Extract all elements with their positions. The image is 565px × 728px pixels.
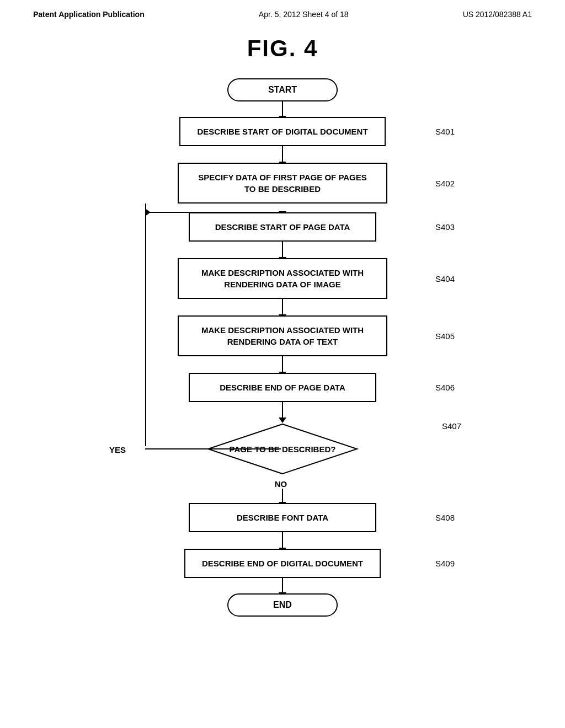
start-shape: START	[227, 78, 338, 101]
loop-left-line	[145, 204, 146, 446]
loop-top-arrow	[145, 208, 151, 216]
s403-box: DESCRIBE START OF PAGE DATA	[189, 212, 376, 242]
s409-label: S409	[435, 559, 455, 568]
no-label: NO	[275, 479, 287, 489]
s407-label: S407	[442, 421, 461, 431]
s402-label: S402	[435, 179, 455, 188]
arrow-no-s408	[282, 489, 283, 503]
header-center: Apr. 5, 2012 Sheet 4 of 18	[259, 10, 349, 19]
arrow-start-s401	[282, 101, 283, 117]
s405-label: S405	[435, 331, 455, 341]
s406-row: DESCRIBE END OF PAGE DATA S406	[44, 373, 521, 402]
s405-box: MAKE DESCRIPTION ASSOCIATED WITH RENDERI…	[178, 315, 387, 356]
no-row: NO	[275, 479, 291, 489]
end-shape: END	[227, 593, 338, 617]
s406-box: DESCRIBE END OF PAGE DATA	[189, 373, 376, 402]
s408-box: DESCRIBE FONT DATA	[189, 503, 376, 532]
s402-row: SPECIFY DATA OF FIRST PAGE OF PAGES TO B…	[44, 163, 521, 204]
yes-label: YES	[109, 445, 126, 454]
s401-label: S401	[435, 127, 455, 136]
arrow-s403-s404	[282, 242, 283, 258]
s404-label: S404	[435, 274, 455, 283]
arrow-s405-s406	[282, 356, 283, 373]
s408-row: DESCRIBE FONT DATA S408	[44, 503, 521, 532]
arrow-s408-s409	[282, 532, 283, 549]
s402-box: SPECIFY DATA OF FIRST PAGE OF PAGES TO B…	[178, 163, 387, 204]
header-right: US 2012/082388 A1	[463, 10, 532, 19]
s401-box: DESCRIBE START OF DIGITAL DOCUMENT	[179, 117, 385, 146]
s409-box: DESCRIBE END OF DIGITAL DOCUMENT	[184, 549, 381, 578]
end-row: END	[44, 593, 521, 617]
loop-top-horiz	[145, 212, 285, 213]
s405-row: MAKE DESCRIPTION ASSOCIATED WITH RENDERI…	[44, 315, 521, 356]
s408-label: S408	[435, 513, 455, 522]
s403-label: S403	[435, 222, 455, 232]
start-row: START	[44, 78, 521, 101]
s401-row: DESCRIBE START OF DIGITAL DOCUMENT S401	[44, 117, 521, 146]
page-header: Patent Application Publication Apr. 5, 2…	[0, 0, 565, 24]
s404-box: MAKE DESCRIPTION ASSOCIATED WITH RENDERI…	[178, 258, 387, 299]
header-left: Patent Application Publication	[33, 10, 145, 19]
s409-row: DESCRIBE END OF DIGITAL DOCUMENT S409	[44, 549, 521, 578]
arrow-s404-s405	[282, 299, 283, 315]
s404-row: MAKE DESCRIPTION ASSOCIATED WITH RENDERI…	[44, 258, 521, 299]
arrow-s406-s407	[282, 402, 283, 419]
s407-text: PAGE TO BE DESCRIBED?	[230, 445, 336, 454]
s403-row: DESCRIBE START OF PAGE DATA S403	[44, 212, 521, 242]
s407-row: S407 PAGE TO BE DESCRIBED? YES	[44, 419, 521, 479]
arrow-s401-s402	[282, 146, 283, 163]
arrow-s409-end	[282, 578, 283, 593]
figure-title: FIG. 4	[0, 35, 565, 62]
s406-label: S406	[435, 383, 455, 392]
loop-section: DESCRIBE START OF PAGE DATA S403 MAKE DE…	[44, 204, 521, 479]
flowchart: START DESCRIBE START OF DIGITAL DOCUMENT…	[0, 78, 565, 617]
